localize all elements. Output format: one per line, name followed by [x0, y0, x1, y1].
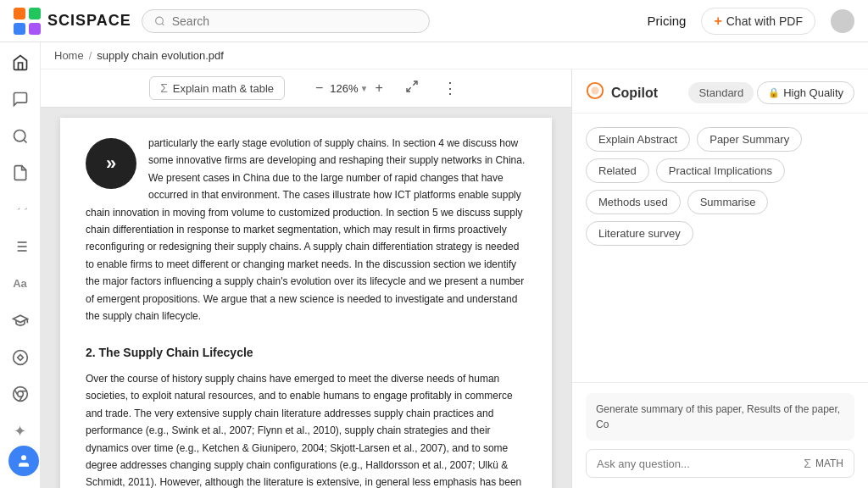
- action-pill[interactable]: Methods used: [586, 190, 681, 214]
- sidebar-item-rocket[interactable]: [8, 347, 32, 368]
- pricing-link[interactable]: Pricing: [648, 14, 687, 28]
- action-pill[interactable]: Explain Abstract: [586, 127, 690, 152]
- svg-rect-1: [14, 23, 25, 35]
- svg-point-22: [591, 86, 598, 94]
- breadcrumb: Home / supply chain evolution.pdf: [41, 42, 868, 69]
- pdf-toolbar: Σ Explain math & table − 126% ▼ +: [41, 69, 571, 108]
- logo-text: SCISPACE: [47, 12, 131, 30]
- sidebar-item-list[interactable]: [8, 237, 32, 258]
- sidebar-item-search[interactable]: [8, 126, 32, 147]
- pdf-logo-stamp: »: [86, 138, 136, 189]
- copilot-icon: [586, 81, 604, 104]
- zoom-level: 126% ▼: [330, 82, 368, 95]
- svg-rect-3: [29, 23, 41, 35]
- sidebar-item-quote[interactable]: [8, 200, 32, 220]
- sidebar-item-chat[interactable]: [8, 90, 32, 110]
- expand-icon: [405, 80, 419, 93]
- standard-toggle-button[interactable]: Standard: [688, 82, 754, 103]
- sidebar-item-doc[interactable]: [8, 164, 32, 184]
- action-pill[interactable]: Literature survey: [586, 221, 693, 246]
- left-sidebar: Aa ✦ ⬡: [0, 42, 41, 488]
- copilot-title: Copilot: [586, 81, 658, 104]
- zoom-in-button[interactable]: +: [372, 79, 387, 97]
- more-options-button[interactable]: ⋮: [437, 77, 463, 99]
- svg-rect-0: [14, 8, 25, 19]
- action-pill[interactable]: Related: [586, 158, 649, 183]
- high-quality-toggle-button[interactable]: 🔒 High Quality: [757, 81, 854, 104]
- svg-line-7: [23, 140, 26, 143]
- svg-point-6: [14, 130, 25, 141]
- chat-pdf-button[interactable]: + Chat with PDF: [701, 8, 815, 35]
- pdf-section2-title: 2. The Supply Chain Lifecycle: [86, 343, 526, 363]
- sidebar-item-text[interactable]: Aa: [8, 274, 32, 294]
- quality-toggle: Standard 🔒 High Quality: [688, 81, 854, 104]
- math-label: Σ MATH: [804, 457, 843, 470]
- action-pill[interactable]: Paper Summary: [697, 127, 802, 152]
- copilot-input-area: Generate summary of this paper, Results …: [572, 382, 868, 488]
- avatar-icon: [16, 453, 31, 469]
- svg-line-20: [407, 87, 411, 92]
- expand-button[interactable]: [400, 78, 424, 98]
- math-sigma-icon: Σ: [804, 457, 811, 470]
- action-pills: Explain AbstractPaper SummaryRelatedPrac…: [586, 127, 854, 246]
- lock-icon: 🔒: [768, 87, 780, 98]
- pdf-intro-paragraph: particularly the early stage evolution o…: [86, 135, 526, 324]
- sidebar-item-ai[interactable]: ✦: [8, 421, 32, 441]
- summary-input-box: Generate summary of this paper, Results …: [586, 393, 854, 441]
- zoom-out-button[interactable]: −: [312, 79, 326, 97]
- pdf-panel: Σ Explain math & table − 126% ▼ +: [41, 69, 571, 488]
- sidebar-item-home[interactable]: [8, 53, 32, 73]
- logo[interactable]: SCISPACE: [14, 8, 131, 35]
- zoom-controls: − 126% ▼ +: [312, 79, 387, 97]
- copilot-header: Copilot Standard 🔒 High Quality: [572, 69, 868, 114]
- user-avatar-bottom[interactable]: [8, 446, 39, 476]
- copilot-body: Explain AbstractPaper SummaryRelatedPrac…: [572, 114, 868, 382]
- pdf-section2-text: Over the course of history supply chains…: [86, 370, 526, 488]
- copilot-logo-icon: [586, 81, 604, 100]
- user-avatar[interactable]: [831, 9, 854, 33]
- svg-line-19: [413, 81, 417, 86]
- svg-point-4: [155, 17, 163, 25]
- explain-math-table-button[interactable]: Σ Explain math & table: [149, 76, 285, 100]
- sidebar-item-graduate[interactable]: [8, 311, 32, 331]
- svg-rect-2: [29, 8, 41, 19]
- plus-icon: +: [714, 14, 721, 29]
- action-pill[interactable]: Practical Implications: [656, 158, 785, 183]
- breadcrumb-separator: /: [89, 49, 92, 62]
- search-input[interactable]: [172, 14, 417, 28]
- action-pill[interactable]: Summarise: [687, 190, 769, 214]
- svg-line-5: [162, 23, 164, 25]
- top-navigation: SCISPACE Pricing + Chat with PDF: [0, 0, 868, 42]
- question-input-container: Σ MATH: [586, 449, 854, 478]
- question-input[interactable]: [597, 458, 797, 470]
- sidebar-item-chrome[interactable]: [8, 385, 32, 405]
- logo-icon: [14, 8, 41, 35]
- breadcrumb-home[interactable]: Home: [54, 49, 84, 62]
- search-bar[interactable]: [142, 9, 430, 33]
- pdf-page: » particularly the early stage evolution…: [60, 118, 552, 488]
- breadcrumb-file: supply chain evolution.pdf: [97, 49, 224, 62]
- search-icon: [154, 15, 165, 27]
- svg-point-23: [21, 455, 26, 460]
- copilot-panel: Copilot Standard 🔒 High Quality Explain …: [571, 69, 868, 488]
- sigma-icon: Σ: [160, 81, 168, 95]
